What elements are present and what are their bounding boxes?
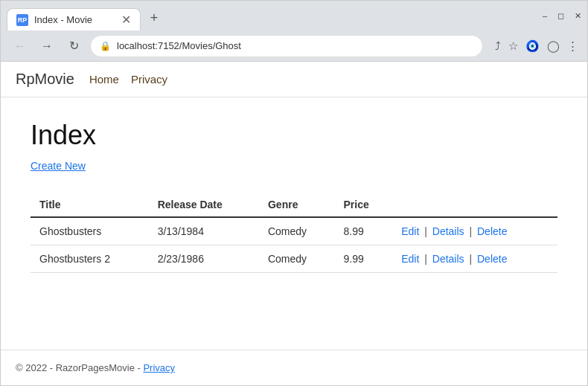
cell-title: Ghostbusters xyxy=(31,217,149,245)
cell-genre: Comedy xyxy=(259,217,335,245)
url-text: localhost:7152/Movies/Ghost xyxy=(117,40,473,51)
lock-icon: 🔒 xyxy=(100,41,111,51)
page-content: RpMovie Home Privacy Index Create New Ti… xyxy=(1,62,587,385)
nav-links: Home Privacy xyxy=(89,73,167,86)
reload-button[interactable]: ↻ xyxy=(63,36,84,57)
site-nav: RpMovie Home Privacy xyxy=(1,62,587,97)
active-tab[interactable]: RP Index - Movie ✕ xyxy=(7,8,141,30)
cell-price: 9.99 xyxy=(335,245,393,273)
action-delete-link[interactable]: Delete xyxy=(477,225,507,237)
col-header-release-date: Release Date xyxy=(149,193,259,217)
action-separator: | xyxy=(467,225,475,237)
tab-close-icon[interactable]: ✕ xyxy=(121,14,131,26)
tabs-area: RP Index - Movie ✕ + xyxy=(7,5,543,30)
site-footer: © 2022 - RazorPagesMovie - Privacy xyxy=(1,350,587,385)
window-controls: – ◻ ✕ xyxy=(543,11,581,25)
maximize-icon[interactable]: ◻ xyxy=(557,11,564,21)
cell-release_date: 2/23/1986 xyxy=(149,245,259,273)
menu-icon[interactable]: ⋮ xyxy=(567,39,578,53)
action-edit-link[interactable]: Edit xyxy=(401,225,419,237)
new-tab-button[interactable]: + xyxy=(144,7,164,28)
col-header-title: Title xyxy=(31,193,149,217)
close-icon[interactable]: ✕ xyxy=(575,11,581,21)
page-title: Index xyxy=(31,120,557,151)
back-button[interactable]: ← xyxy=(10,36,31,57)
minimize-icon[interactable]: – xyxy=(543,11,547,20)
bookmark-icon[interactable]: ☆ xyxy=(508,39,518,53)
movies-table: Title Release Date Genre Price Ghostbust… xyxy=(31,193,557,273)
create-new-link[interactable]: Create New xyxy=(31,160,86,172)
action-separator: | xyxy=(467,253,475,265)
toolbar-icons: ⤴ ☆ 🧿 ◯ ⋮ xyxy=(495,39,578,53)
action-delete-link[interactable]: Delete xyxy=(477,253,507,265)
cell-actions: Edit | Details | Delete xyxy=(392,245,557,273)
nav-home-link[interactable]: Home xyxy=(89,73,119,86)
main-content: Index Create New Title Release Date Genr… xyxy=(1,97,587,350)
action-details-link[interactable]: Details xyxy=(432,225,464,237)
extensions-icon[interactable]: 🧿 xyxy=(525,39,540,53)
table-row: Ghostbusters3/13/1984Comedy8.99Edit | De… xyxy=(31,217,557,245)
nav-privacy-link[interactable]: Privacy xyxy=(131,73,167,86)
profile-icon[interactable]: ◯ xyxy=(547,39,560,53)
footer-privacy-link[interactable]: Privacy xyxy=(143,362,175,373)
browser-window: RP Index - Movie ✕ + – ◻ ✕ ← → ↻ 🔒 local… xyxy=(0,0,588,386)
cell-title: Ghostbusters 2 xyxy=(31,245,149,273)
col-header-price: Price xyxy=(335,193,393,217)
share-icon[interactable]: ⤴ xyxy=(495,39,501,52)
cell-genre: Comedy xyxy=(259,245,335,273)
footer-copyright: © 2022 - RazorPagesMovie - xyxy=(16,362,143,373)
tab-favicon: RP xyxy=(16,14,28,26)
action-separator: | xyxy=(421,253,429,265)
action-details-link[interactable]: Details xyxy=(432,253,464,265)
tab-bar: RP Index - Movie ✕ + – ◻ ✕ xyxy=(1,1,587,30)
col-header-actions xyxy=(392,193,557,217)
cell-actions: Edit | Details | Delete xyxy=(392,217,557,245)
col-header-genre: Genre xyxy=(259,193,335,217)
address-bar: ← → ↻ 🔒 localhost:7152/Movies/Ghost ⤴ ☆ … xyxy=(1,30,587,62)
action-separator: | xyxy=(421,225,429,237)
url-bar[interactable]: 🔒 localhost:7152/Movies/Ghost xyxy=(90,35,483,57)
cell-release_date: 3/13/1984 xyxy=(149,217,259,245)
forward-button[interactable]: → xyxy=(36,36,57,57)
site-brand: RpMovie xyxy=(16,71,74,88)
action-edit-link[interactable]: Edit xyxy=(401,253,419,265)
table-header-row: Title Release Date Genre Price xyxy=(31,193,557,217)
cell-price: 8.99 xyxy=(335,217,393,245)
table-row: Ghostbusters 22/23/1986Comedy9.99Edit | … xyxy=(31,245,557,273)
tab-title-text: Index - Movie xyxy=(34,14,115,25)
